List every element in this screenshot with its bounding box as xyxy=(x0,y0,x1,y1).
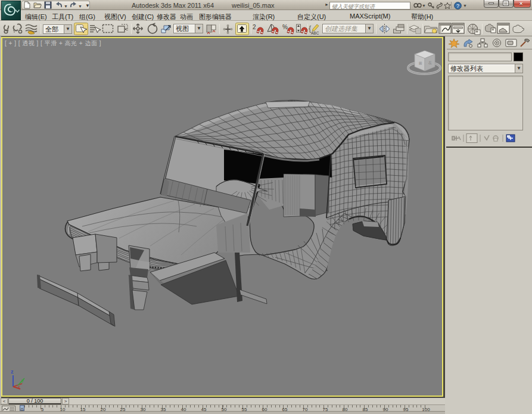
svg-text:左: 左 xyxy=(428,61,432,64)
svg-text:y: y xyxy=(21,378,24,383)
svg-text:前: 前 xyxy=(418,61,422,65)
svg-text:z: z xyxy=(11,369,14,375)
svg-text:x: x xyxy=(18,385,20,389)
